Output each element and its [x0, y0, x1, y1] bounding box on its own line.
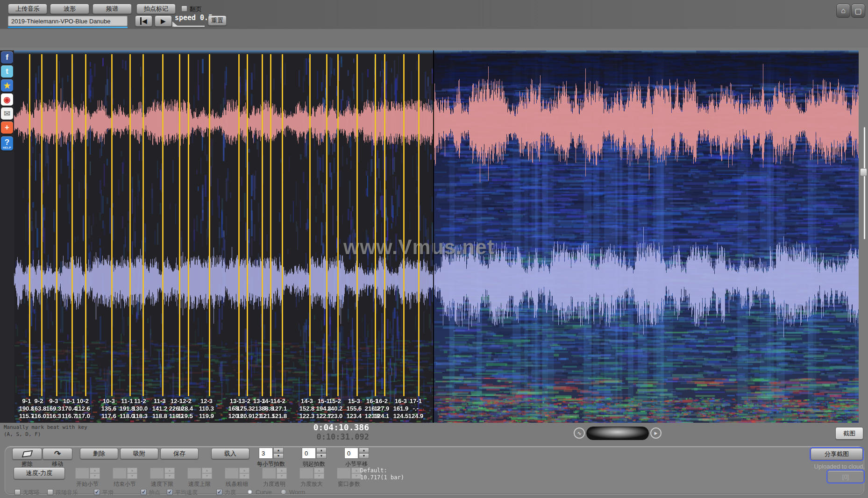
beat-marker-line[interactable] [375, 54, 376, 396]
checkbox-1[interactable] [47, 489, 53, 495]
screenshot-button[interactable]: 截图 [835, 427, 863, 440]
beat-marker-line[interactable] [326, 54, 327, 396]
disabled-spinner-3-value [187, 468, 201, 479]
spectrum-tab-button[interactable]: 频谱 [92, 4, 132, 14]
disabled-spinner-4-spin-arrows: ▲▼ [239, 468, 249, 479]
beat-marker-line[interactable] [356, 54, 358, 396]
beat-marker-line[interactable] [179, 54, 180, 396]
move-icon: ↷ [54, 449, 61, 459]
beat-marker-line[interactable] [238, 54, 240, 396]
vertical-zoom-track[interactable] [864, 127, 865, 239]
waveform-play-icon[interactable]: ► [650, 427, 662, 439]
beat-marker-line[interactable] [29, 54, 30, 396]
page-turn-checkbox[interactable] [181, 6, 187, 12]
disabled-spinner-1-down-arrow: ▼ [127, 473, 137, 479]
help-sub-label: HELP [3, 146, 11, 149]
erase-tool-button[interactable] [12, 448, 42, 460]
checkbox-4[interactable] [167, 489, 173, 495]
twitter-icon[interactable]: t [1, 65, 13, 78]
beat-marker-line[interactable] [129, 54, 131, 396]
help-icon[interactable]: ?HELP [1, 136, 13, 150]
beat-label: 10-3 [103, 398, 115, 405]
load-button[interactable]: 载入 [211, 448, 249, 459]
volume-slider[interactable] [586, 427, 649, 440]
move-tool-button[interactable]: ↷ [43, 448, 72, 460]
speed-slider-track[interactable] [174, 26, 205, 27]
beat-mark-tab-button[interactable]: 拍点标记 [136, 4, 176, 14]
beat-marker-line[interactable] [209, 54, 210, 396]
checkbox-0[interactable] [14, 489, 21, 495]
delete-button[interactable]: 删除 [80, 448, 118, 459]
share-count-button[interactable]: [0] [827, 470, 864, 483]
active-spinner-2-value[interactable]: 0 [344, 448, 358, 459]
checkbox-label-5: 力度 [225, 489, 236, 497]
disabled-spinner-1-spin-arrows: ▲▼ [127, 468, 137, 479]
snap-button[interactable]: 吸附 [120, 448, 158, 459]
share-screenshot-button[interactable]: 分享截图 [811, 448, 863, 460]
playhead-line[interactable] [433, 50, 434, 423]
beat-marker-line[interactable] [56, 54, 57, 396]
facebook-icon[interactable]: f [1, 51, 13, 64]
fullscreen-button[interactable]: ▢ [851, 4, 865, 18]
active-spinner-2-spin-arrows[interactable]: ▲▼ [359, 448, 369, 459]
skip-start-button[interactable]: ◀ [135, 15, 152, 27]
disabled-spinner-6-spin-arrows: ▲▼ [314, 468, 324, 479]
qzone-icon[interactable]: ★ [1, 79, 13, 92]
beat-tempo-value: 120.9 [237, 413, 252, 420]
active-spinner-2-up-arrow[interactable]: ▲ [359, 448, 369, 453]
checkbox-label-1: 跟随音乐 [56, 489, 78, 497]
waveform-tab-button[interactable]: 波形 [50, 4, 89, 14]
home-button[interactable]: ⌂ [836, 4, 850, 18]
radio-worm[interactable] [281, 489, 286, 495]
beat-tempo-value: 121.8 [272, 413, 287, 420]
beat-marker-line[interactable] [85, 54, 86, 396]
beat-label: 17-1 [410, 398, 422, 405]
active-spinner-1-down-arrow[interactable]: ▼ [316, 453, 327, 459]
active-spinner-1-spin-arrows[interactable]: ▲▼ [316, 448, 327, 459]
home-icon: ⌂ [841, 7, 846, 15]
filename-input[interactable] [8, 16, 128, 26]
disabled-spinner-1-label: 结束小节 [114, 480, 136, 488]
beat-dynamics-value: 175.3 [237, 405, 252, 412]
weibo-icon[interactable]: ◉ [1, 93, 13, 106]
checkbox-2[interactable] [94, 489, 100, 495]
active-spinner-1-value[interactable]: 0 [302, 448, 316, 459]
active-spinner-1-up-arrow[interactable]: ▲ [316, 448, 327, 453]
beat-marker-line[interactable] [41, 54, 43, 396]
beat-marker-line[interactable] [282, 54, 283, 396]
reset-button[interactable]: 重置 [208, 15, 227, 26]
active-spinner-0-up-arrow[interactable]: ▲ [273, 448, 284, 453]
disabled-spinner-3-up-arrow: ▲ [202, 468, 212, 473]
speed-dynamics-button[interactable]: 速度-力度 [14, 467, 65, 479]
beat-marker-line[interactable] [111, 54, 113, 396]
vertical-zoom-thumb[interactable] [860, 168, 867, 176]
checkbox-3[interactable] [141, 489, 147, 495]
beat-dynamics-value: 161.9 [393, 405, 409, 412]
beat-marker-line[interactable] [188, 54, 189, 396]
beat-marker-line[interactable] [309, 54, 311, 396]
beat-marker-line[interactable] [403, 54, 405, 396]
beat-marker-line[interactable] [418, 54, 420, 396]
active-spinner-2-down-arrow[interactable]: ▼ [359, 453, 369, 459]
beat-marker-line[interactable] [262, 54, 263, 396]
active-spinner-0-value[interactable]: 3 [259, 448, 273, 459]
beat-marker-line[interactable] [71, 54, 73, 396]
fullscreen-icon: ▢ [854, 7, 861, 15]
beat-dynamics-value: 135.6 [101, 405, 117, 412]
beat-marker-line[interactable] [384, 54, 385, 396]
beat-marker-line[interactable] [337, 54, 339, 396]
beat-marker-line[interactable] [270, 54, 271, 396]
upload-music-button[interactable]: 上传音乐 [8, 4, 47, 14]
active-spinner-0-down-arrow[interactable]: ▼ [273, 453, 284, 459]
active-spinner-0-spin-arrows[interactable]: ▲▼ [273, 448, 284, 459]
beat-marker-line[interactable] [247, 54, 248, 396]
beat-marker-line[interactable] [142, 54, 144, 396]
checkbox-5[interactable] [216, 489, 222, 495]
save-button[interactable]: 保存 [160, 448, 199, 459]
beat-marker-line[interactable] [162, 54, 164, 396]
play-button[interactable]: ▶ [155, 15, 172, 27]
radio-curve[interactable] [247, 489, 253, 495]
share-plus-icon[interactable]: + [1, 121, 13, 134]
spectrogram-area[interactable]: www.Vmus.net 9-1190.8115.79-2163.8116.09… [14, 50, 859, 423]
mail-icon[interactable]: ✉ [1, 107, 13, 120]
